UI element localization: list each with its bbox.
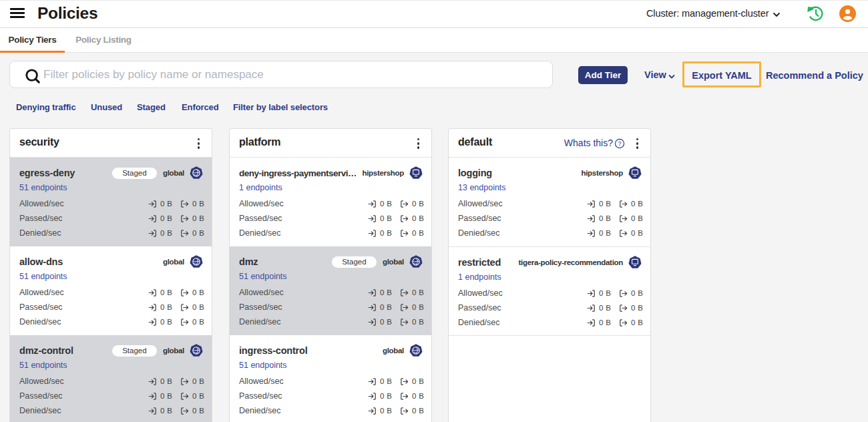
svg-text:?: ? [618,140,621,147]
